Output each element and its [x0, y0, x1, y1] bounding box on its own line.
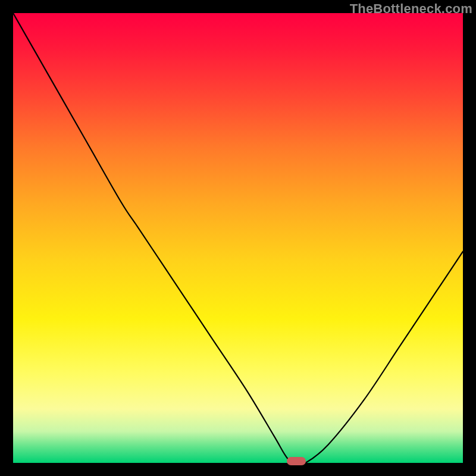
bottleneck-curve: [13, 13, 463, 463]
chart-frame: TheBottleneck.com: [0, 0, 476, 476]
watermark-text: TheBottleneck.com: [350, 1, 472, 17]
plot-area: [13, 13, 463, 463]
optimal-marker: [287, 457, 306, 465]
